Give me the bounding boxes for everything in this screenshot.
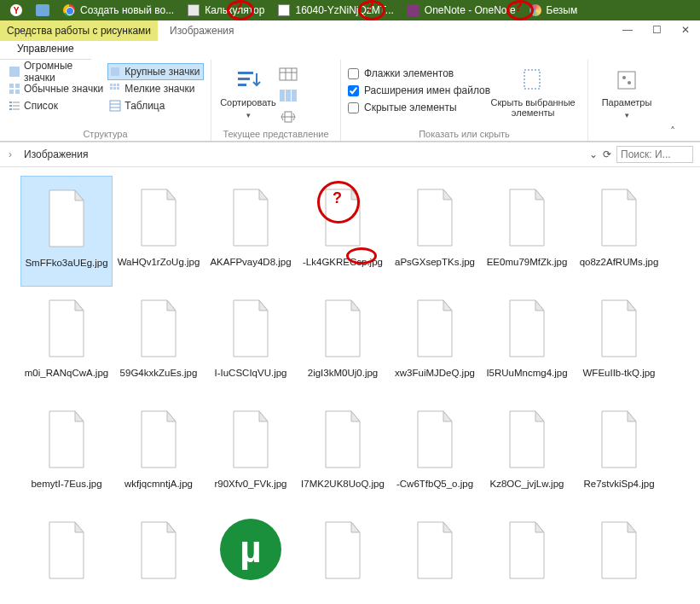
file-item[interactable]: µ: [205, 508, 297, 604]
file-label: WFEuIIb-tkQ.jpg: [583, 367, 656, 379]
minimize-button[interactable]: —: [613, 20, 642, 39]
file-item[interactable]: I-IuCSCIqVU.jpg: [205, 287, 297, 398]
svg-rect-22: [238, 78, 250, 80]
ribbon-collapse-button[interactable]: ˄: [658, 60, 687, 141]
taskbar-item-paint[interactable]: Безым: [523, 1, 585, 20]
btn-label: элементы: [512, 107, 555, 118]
file-icon: [317, 297, 368, 360]
breadcrumb-chevron[interactable]: ›: [0, 144, 20, 165]
file-item[interactable]: qo8z2AfRUMs.jpg: [573, 176, 665, 287]
group-by-button[interactable]: [278, 67, 298, 84]
sort-icon: [234, 67, 262, 94]
file-item[interactable]: Kz8OC_jvjLw.jpg: [481, 398, 573, 508]
file-item[interactable]: [113, 508, 205, 604]
svg-rect-8: [13, 105, 20, 107]
file-item[interactable]: aPsGXsepTKs.jpg: [389, 176, 481, 287]
checkbox-input[interactable]: [348, 85, 359, 96]
file-item[interactable]: I7MK2UK8UoQ.jpg: [297, 398, 389, 508]
maximize-button[interactable]: ☐: [642, 20, 671, 39]
add-columns-button[interactable]: [278, 88, 298, 106]
checkbox-input[interactable]: [348, 102, 359, 113]
view-small-icons[interactable]: Мелкие значки: [107, 80, 204, 97]
taskbar-item-onenote[interactable]: OneNote - OneNote: [401, 1, 523, 20]
checkbox-hidden-items[interactable]: Скрытые элементы: [348, 99, 490, 116]
file-item[interactable]: m0i_RANqCwA.jpg: [20, 287, 113, 398]
file-label: qo8z2AfRUMs.jpg: [580, 256, 659, 268]
yandex-icon: Y: [10, 4, 22, 16]
file-icon: [317, 186, 368, 249]
chrome-icon: [63, 4, 75, 16]
view-normal-icons[interactable]: Обычные значки: [7, 80, 107, 97]
file-item[interactable]: bemytI-7Eus.jpg: [20, 398, 113, 508]
ribbon-group-current-view: Сортировать ▾ Текущее представление: [211, 60, 341, 141]
options-button[interactable]: Параметры ▾: [595, 63, 658, 119]
file-item[interactable]: r90Xfv0_FVk.jpg: [205, 398, 297, 508]
chevron-down-icon: ▾: [246, 111, 251, 119]
text-file-icon: [278, 4, 290, 16]
file-item[interactable]: WFEuIIb-tkQ.jpg: [573, 287, 665, 398]
ribbon-context-tab[interactable]: Средства работы с рисунками: [0, 20, 158, 41]
svg-rect-29: [286, 90, 291, 102]
large-icons-icon: [109, 66, 121, 78]
file-item[interactable]: [481, 508, 573, 604]
svg-rect-7: [9, 105, 12, 107]
view-huge-icons[interactable]: Огромные значки: [7, 63, 107, 80]
svg-rect-13: [113, 84, 116, 86]
taskbar-item-yandex[interactable]: Y: [3, 1, 29, 20]
file-item[interactable]: -Cw6TfbQ5_o.jpg: [389, 398, 481, 508]
view-list[interactable]: Список: [7, 97, 107, 114]
checkbox-file-extensions[interactable]: Расширения имен файлов: [348, 82, 490, 99]
ribbon-group-label: Показать или скрыть: [348, 127, 581, 139]
taskbar-item-chrome[interactable]: Создать новый во...: [56, 1, 181, 20]
sort-button[interactable]: Сортировать ▾: [218, 63, 278, 119]
file-label: Kz8OC_jvjLw.jpg: [490, 478, 564, 490]
checkbox-item-flags[interactable]: Флажки элементов: [348, 65, 490, 82]
file-item[interactable]: [20, 508, 113, 604]
file-item[interactable]: [389, 508, 481, 604]
file-item[interactable]: I5RUuMncmg4.jpg: [481, 287, 573, 398]
ribbon-subtab-manage[interactable]: Управление: [0, 41, 91, 60]
ribbon-tab-images[interactable]: Изображения: [158, 20, 246, 41]
search-input[interactable]: [616, 146, 693, 163]
view-table[interactable]: Таблица: [107, 97, 204, 114]
file-item[interactable]: WaHQv1rZoUg.jpg: [113, 176, 205, 287]
checkbox-input[interactable]: [348, 68, 359, 79]
view-large-icons[interactable]: Крупные значки: [107, 63, 204, 80]
breadcrumb[interactable]: Изображения: [20, 148, 589, 160]
hide-selected-button[interactable]: Скрыть выбранныеэлементы: [490, 63, 576, 119]
ribbon-group-label: Текущее представление: [218, 127, 333, 139]
svg-point-34: [622, 76, 626, 79]
view-label: Крупные значки: [124, 66, 200, 78]
file-item[interactable]: xw3FuiMJDeQ.jpg: [389, 287, 481, 398]
hide-selected-icon: [519, 67, 547, 94]
svg-rect-28: [280, 90, 285, 102]
svg-rect-9: [9, 108, 12, 110]
utorrent-icon: µ: [220, 519, 281, 580]
close-button[interactable]: ✕: [671, 20, 700, 39]
file-item[interactable]: SmFFko3aUEg.jpg: [20, 176, 113, 287]
file-item[interactable]: 59G4kxkZuEs.jpg: [113, 287, 205, 398]
refresh-button[interactable]: ⟳: [603, 148, 611, 160]
file-item[interactable]: EE0mu79MfZk.jpg: [481, 176, 573, 287]
address-chevron-down-icon[interactable]: ⌄: [589, 148, 598, 160]
group-by-icon: [278, 67, 298, 82]
taskbar-item-textfile[interactable]: 16040-YzNiNjQzMT...: [271, 1, 400, 20]
svg-rect-33: [618, 72, 635, 89]
file-item[interactable]: AKAFPvay4D8.jpg: [205, 176, 297, 287]
btn-label: Параметры: [602, 97, 652, 107]
file-item[interactable]: wkfjqcmntjA.jpg: [113, 398, 205, 508]
file-icon: [225, 408, 276, 471]
file-item[interactable]: 2igI3kM0Uj0.jpg: [297, 287, 389, 398]
ribbon-group-options: Параметры ▾: [588, 60, 658, 141]
file-item[interactable]: [297, 508, 389, 604]
taskbar-item-photos[interactable]: [29, 1, 56, 20]
file-label: aPsGXsepTKs.jpg: [395, 256, 475, 268]
file-item[interactable]: Re7stvkiSp4.jpg: [573, 398, 665, 508]
file-item[interactable]: [573, 508, 665, 604]
file-item[interactable]: -Lk4GKRECcp.jpg?: [297, 176, 389, 287]
taskbar-item-calculator[interactable]: Калькулятор: [181, 1, 271, 20]
file-icon: [593, 297, 645, 360]
autosize-columns-button[interactable]: [278, 109, 298, 127]
file-icon: [41, 187, 92, 250]
taskbar-label: 16040-YzNiNjQzMT...: [295, 4, 393, 16]
